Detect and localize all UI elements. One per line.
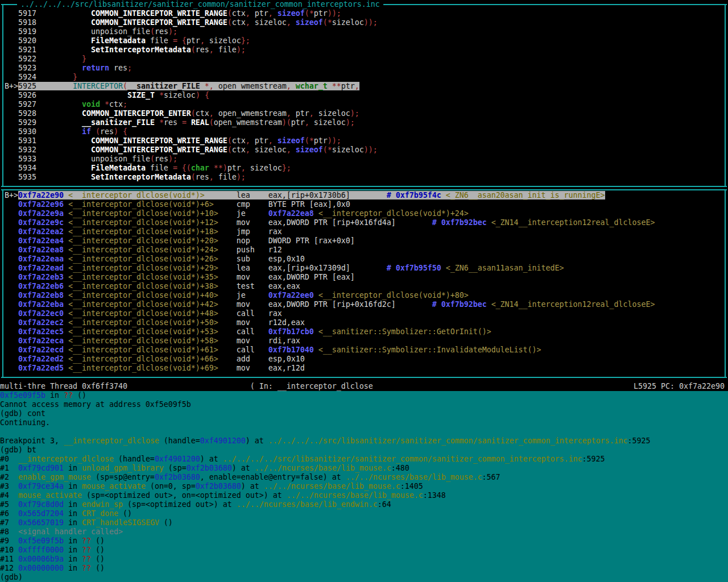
source-line: 5917 COMMON_INTERCEPTOR_WRITE_RANGE(ctx,…: [5, 9, 728, 18]
console-line: Continuing.: [0, 418, 728, 427]
source-line: 5926 SIZE_T *sizeloc) {: [5, 91, 728, 100]
gap: [64, 300, 68, 309]
code-segment: ): [196, 91, 200, 99]
gutter-gap: [36, 82, 73, 90]
gap: [64, 191, 68, 199]
code-segment: ,: [287, 18, 291, 27]
gutter-spacer: [5, 45, 18, 54]
code-segment: [73, 164, 91, 172]
asm-address: 0xf7a22e90: [18, 191, 64, 199]
code-segment: sizeloc: [250, 18, 287, 27]
asm-row: 0xf7a22ea2 <__interceptor_dlclose(void*)…: [5, 227, 728, 236]
console-segment: in: [64, 464, 82, 472]
gutter-gap: [36, 55, 73, 63]
asm-address: 0xf7a22eca: [18, 336, 64, 345]
code-segment: ;: [127, 64, 132, 72]
console-segment: (): [73, 391, 86, 400]
asm-row: 0xf7a22ead <__interceptor_dlclose(void*)…: [5, 264, 728, 273]
console-segment: (handle=: [114, 455, 155, 463]
console-segment: (handle=: [159, 436, 200, 445]
asm-operand: <__sanitizer::Symbolizer::InvalidateModu…: [318, 346, 541, 354]
console-segment: endwin_sp: [82, 500, 123, 509]
code-segment: [187, 118, 191, 127]
gutter-spacer: [5, 18, 18, 27]
code-segment: [73, 127, 82, 136]
asm-body: 0xf7a22ed2 <__interceptor_dlclose(void*)…: [18, 355, 305, 363]
window-right-border: [725, 4, 726, 187]
asm-operand: <__interceptor_dlclose(void*)+24>: [318, 209, 469, 218]
console-segment: __interceptor_dlclose: [18, 455, 114, 463]
line-number: 5931: [18, 136, 36, 145]
console-segment: ) at: [246, 436, 268, 445]
source-window[interactable]: ../../../../src/libsanitizer/sanitizer_c…: [0, 0, 728, 191]
gap: [487, 300, 491, 309]
code-segment: (: [191, 109, 196, 118]
console-segment: #7: [0, 518, 18, 527]
console-segment: 0xf4901200: [200, 436, 246, 445]
line-number: 5934: [18, 164, 36, 172]
console-segment: :567: [482, 473, 500, 481]
gdb-console[interactable]: 0xf5e09f5b in ?? ()Cannot access memory …: [0, 391, 728, 582]
code-segment: sizeloc: [250, 146, 287, 154]
gutter-gap: [36, 136, 73, 145]
source-line: 5918 COMMON_INTERCEPTOR_WRITE_RANGE(ctx,…: [5, 18, 728, 27]
gap: [64, 318, 68, 327]
asm-mnemonic: je: [237, 291, 268, 300]
status-left: multi-thre Thread 0xf6ff3740 ( In: __int…: [0, 382, 373, 391]
asm-operand: <__sanitizer::Symbolizer::GetOrInit()>: [318, 327, 491, 336]
line-number: 5930: [18, 127, 36, 136]
window-right-border: [725, 189, 726, 378]
code-segment: [73, 91, 127, 99]
code-segment: (: [228, 18, 232, 27]
console-segment: (): [159, 518, 173, 527]
asm-operand: DWORD PTR [rax+0x0]: [268, 236, 355, 245]
disassembly-window[interactable]: B+>0xf7a22e90 <__interceptor_dlclose(voi…: [0, 191, 728, 382]
code-segment: sizeof: [278, 136, 305, 145]
current-line-highlight: 5925 INTERCEPTOR(__sanitizer_FILE *, ope…: [18, 82, 359, 90]
gutter-spacer: [5, 246, 18, 254]
line-body: 5919 unpoison_file(res);: [18, 27, 177, 36]
console-segment: ??: [82, 555, 91, 563]
code-segment: *,: [205, 82, 214, 90]
gutter-spacer: [5, 309, 18, 318]
asm-symbol: <__interceptor_dlclose(void*)+10>: [68, 209, 237, 218]
code-segment: ,: [268, 136, 273, 145]
code-segment: wchar_t: [296, 82, 328, 90]
console-segment: (gdb) cont: [0, 409, 46, 418]
code-segment: ctx: [232, 146, 246, 154]
code-segment: res: [155, 27, 168, 36]
code-segment: COMMON_INTERCEPTOR_WRITE_RANGE: [91, 136, 228, 145]
console-segment: in: [64, 555, 82, 563]
asm-symbol: <__interceptor_dlclose(void*)+26>: [68, 255, 237, 263]
code-segment: ,: [287, 146, 291, 154]
code-segment: );: [237, 45, 246, 54]
code-segment: ,: [246, 9, 250, 18]
code-segment: ctx: [232, 9, 246, 18]
gap: [64, 336, 68, 345]
source-line: B+>5925 INTERCEPTOR(__sanitizer_FILE *, …: [5, 82, 728, 91]
code-segment: }: [73, 73, 77, 81]
gdb-prompt-line[interactable]: (gdb): [0, 573, 728, 582]
code-segment: file: [214, 45, 237, 54]
line-number: 5923: [18, 64, 36, 72]
console-segment: in: [64, 518, 82, 527]
line-body: 5928 COMMON_INTERCEPTOR_ENTER(ctx, open_…: [18, 109, 359, 118]
code-segment: ,: [246, 18, 250, 27]
gutter-spacer: [5, 336, 18, 345]
code-segment: COMMON_INTERCEPTOR_WRITE_RANGE: [91, 9, 228, 18]
console-segment: ../../ncurses/base/lib_mouse.c: [346, 473, 482, 481]
gutter-spacer: [5, 355, 18, 363]
console-segment: CRT_done: [82, 509, 118, 518]
gutter-gap: [36, 173, 73, 181]
code-segment: );: [168, 155, 177, 163]
asm-operand: eax,[rip+0x17309d]: [268, 264, 350, 272]
gutter-spacer: [5, 36, 18, 45]
asm-symbol: <__interceptor_dlclose(void*)+50>: [68, 318, 237, 327]
console-segment: #9: [0, 537, 18, 545]
code-segment: ,: [309, 109, 314, 118]
code-segment: (: [228, 146, 232, 154]
console-segment: (gdb): [0, 573, 27, 581]
code-segment: {: [205, 91, 209, 99]
gap: [64, 209, 68, 218]
gap: [64, 355, 68, 363]
